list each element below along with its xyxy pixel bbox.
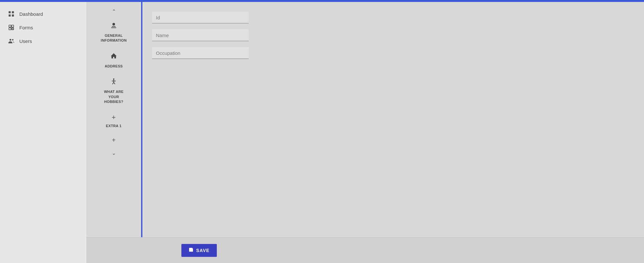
chevron-down[interactable]: ⌃: [112, 147, 116, 158]
form-fields-container: [141, 2, 644, 237]
dashboard-icon: [8, 10, 15, 17]
steps-sidebar: ⌃ GENERALINFORMATION: [86, 2, 141, 237]
step-hobbies[interactable]: WHAT AREYOURHOBBIES?: [86, 73, 141, 109]
form-panel: ⌃ GENERALINFORMATION: [86, 2, 644, 237]
home-icon: [110, 52, 118, 62]
svg-rect-6: [9, 28, 11, 30]
sidebar-label-dashboard: Dashboard: [19, 11, 43, 17]
sidebar-item-forms[interactable]: Forms: [0, 21, 86, 34]
sidebar-item-dashboard[interactable]: Dashboard: [0, 7, 86, 21]
save-label: SAVE: [196, 248, 210, 253]
sidebar: Dashboard Forms: [0, 2, 86, 263]
sidebar-item-users[interactable]: Users: [0, 34, 86, 48]
add-step-button[interactable]: +: [112, 133, 116, 147]
users-icon: [8, 37, 15, 45]
occupation-input[interactable]: [152, 47, 249, 59]
id-input[interactable]: [152, 12, 249, 24]
save-button[interactable]: SAVE: [181, 244, 217, 257]
save-icon: [188, 247, 194, 254]
accessibility-icon: [110, 78, 118, 87]
svg-point-10: [10, 39, 12, 41]
forms-icon: [8, 24, 15, 31]
step-label-extra1: EXTRA 1: [106, 124, 121, 128]
svg-rect-1: [12, 11, 14, 13]
step-address[interactable]: ADDRESS: [86, 48, 141, 73]
svg-rect-14: [111, 27, 116, 28]
svg-point-11: [12, 39, 14, 41]
chevron-up[interactable]: ⌃: [112, 6, 116, 17]
svg-rect-3: [12, 15, 14, 16]
main-content: ⌃ GENERALINFORMATION: [86, 2, 644, 263]
svg-rect-5: [12, 25, 14, 27]
svg-rect-0: [9, 11, 11, 13]
person-icon: [110, 22, 118, 31]
name-input[interactable]: [152, 29, 249, 41]
step-label-address: ADDRESS: [105, 64, 123, 69]
sidebar-label-forms: Forms: [19, 25, 33, 30]
save-bar: SAVE: [86, 237, 644, 263]
name-field-wrapper: [152, 29, 249, 41]
svg-point-12: [112, 23, 115, 25]
step-extra1[interactable]: + EXTRA 1: [86, 109, 141, 133]
occupation-field-wrapper: [152, 47, 249, 59]
step-general-information[interactable]: GENERALINFORMATION: [86, 17, 141, 48]
sidebar-label-users: Users: [19, 38, 32, 44]
id-field-wrapper: [152, 12, 249, 24]
svg-rect-4: [9, 25, 11, 27]
svg-rect-13: [112, 26, 116, 27]
svg-line-19: [114, 82, 115, 84]
svg-rect-2: [9, 15, 11, 16]
svg-point-15: [113, 78, 114, 80]
form-area: [141, 2, 644, 237]
plus-icon-extra1: +: [112, 113, 116, 122]
step-label-hobbies: WHAT AREYOURHOBBIES?: [104, 89, 124, 104]
step-label-general-information: GENERALINFORMATION: [101, 33, 127, 43]
